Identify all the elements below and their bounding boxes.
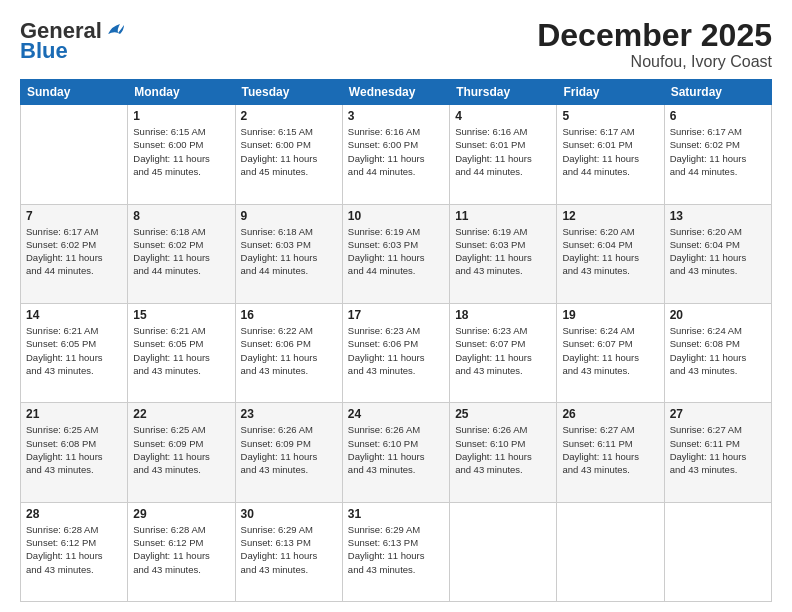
logo-bird-icon [104,20,126,42]
calendar-day-cell: 10Sunrise: 6:19 AM Sunset: 6:03 PM Dayli… [342,204,449,303]
weekday-header: Saturday [664,80,771,105]
day-number: 19 [562,308,658,322]
day-info: Sunrise: 6:18 AM Sunset: 6:03 PM Dayligh… [241,225,337,278]
calendar-day-cell: 19Sunrise: 6:24 AM Sunset: 6:07 PM Dayli… [557,303,664,402]
day-info: Sunrise: 6:21 AM Sunset: 6:05 PM Dayligh… [26,324,122,377]
calendar-day-cell: 28Sunrise: 6:28 AM Sunset: 6:12 PM Dayli… [21,502,128,601]
calendar-day-cell: 6Sunrise: 6:17 AM Sunset: 6:02 PM Daylig… [664,105,771,204]
calendar-day-cell: 14Sunrise: 6:21 AM Sunset: 6:05 PM Dayli… [21,303,128,402]
day-info: Sunrise: 6:26 AM Sunset: 6:10 PM Dayligh… [455,423,551,476]
weekday-header: Thursday [450,80,557,105]
day-number: 15 [133,308,229,322]
weekday-header: Wednesday [342,80,449,105]
day-info: Sunrise: 6:20 AM Sunset: 6:04 PM Dayligh… [562,225,658,278]
calendar-day-cell: 31Sunrise: 6:29 AM Sunset: 6:13 PM Dayli… [342,502,449,601]
day-info: Sunrise: 6:26 AM Sunset: 6:09 PM Dayligh… [241,423,337,476]
calendar-day-cell [21,105,128,204]
day-info: Sunrise: 6:28 AM Sunset: 6:12 PM Dayligh… [26,523,122,576]
day-info: Sunrise: 6:21 AM Sunset: 6:05 PM Dayligh… [133,324,229,377]
day-number: 11 [455,209,551,223]
day-info: Sunrise: 6:17 AM Sunset: 6:02 PM Dayligh… [670,125,766,178]
calendar-day-cell: 29Sunrise: 6:28 AM Sunset: 6:12 PM Dayli… [128,502,235,601]
header: General Blue December 2025 Noufou, Ivory… [20,18,772,71]
day-info: Sunrise: 6:15 AM Sunset: 6:00 PM Dayligh… [133,125,229,178]
calendar-day-cell: 13Sunrise: 6:20 AM Sunset: 6:04 PM Dayli… [664,204,771,303]
weekday-header: Sunday [21,80,128,105]
day-number: 27 [670,407,766,421]
day-info: Sunrise: 6:28 AM Sunset: 6:12 PM Dayligh… [133,523,229,576]
day-info: Sunrise: 6:29 AM Sunset: 6:13 PM Dayligh… [241,523,337,576]
calendar-week-row: 1Sunrise: 6:15 AM Sunset: 6:00 PM Daylig… [21,105,772,204]
day-number: 28 [26,507,122,521]
day-number: 5 [562,109,658,123]
day-info: Sunrise: 6:23 AM Sunset: 6:06 PM Dayligh… [348,324,444,377]
calendar-header-row: SundayMondayTuesdayWednesdayThursdayFrid… [21,80,772,105]
calendar-week-row: 14Sunrise: 6:21 AM Sunset: 6:05 PM Dayli… [21,303,772,402]
calendar-day-cell: 27Sunrise: 6:27 AM Sunset: 6:11 PM Dayli… [664,403,771,502]
day-info: Sunrise: 6:17 AM Sunset: 6:01 PM Dayligh… [562,125,658,178]
calendar-day-cell [664,502,771,601]
day-number: 2 [241,109,337,123]
day-info: Sunrise: 6:16 AM Sunset: 6:00 PM Dayligh… [348,125,444,178]
day-number: 6 [670,109,766,123]
page-subtitle: Noufou, Ivory Coast [537,53,772,71]
calendar-day-cell: 7Sunrise: 6:17 AM Sunset: 6:02 PM Daylig… [21,204,128,303]
calendar-day-cell: 30Sunrise: 6:29 AM Sunset: 6:13 PM Dayli… [235,502,342,601]
calendar-day-cell: 3Sunrise: 6:16 AM Sunset: 6:00 PM Daylig… [342,105,449,204]
calendar-week-row: 7Sunrise: 6:17 AM Sunset: 6:02 PM Daylig… [21,204,772,303]
day-number: 9 [241,209,337,223]
day-number: 8 [133,209,229,223]
day-info: Sunrise: 6:22 AM Sunset: 6:06 PM Dayligh… [241,324,337,377]
day-number: 7 [26,209,122,223]
calendar-day-cell: 2Sunrise: 6:15 AM Sunset: 6:00 PM Daylig… [235,105,342,204]
calendar-day-cell: 26Sunrise: 6:27 AM Sunset: 6:11 PM Dayli… [557,403,664,502]
day-info: Sunrise: 6:15 AM Sunset: 6:00 PM Dayligh… [241,125,337,178]
calendar-day-cell: 15Sunrise: 6:21 AM Sunset: 6:05 PM Dayli… [128,303,235,402]
calendar-table: SundayMondayTuesdayWednesdayThursdayFrid… [20,79,772,602]
logo: General Blue [20,18,126,64]
day-number: 30 [241,507,337,521]
calendar-day-cell: 9Sunrise: 6:18 AM Sunset: 6:03 PM Daylig… [235,204,342,303]
day-number: 21 [26,407,122,421]
day-info: Sunrise: 6:24 AM Sunset: 6:08 PM Dayligh… [670,324,766,377]
calendar-day-cell: 12Sunrise: 6:20 AM Sunset: 6:04 PM Dayli… [557,204,664,303]
day-info: Sunrise: 6:19 AM Sunset: 6:03 PM Dayligh… [348,225,444,278]
day-number: 18 [455,308,551,322]
calendar-day-cell [557,502,664,601]
day-number: 25 [455,407,551,421]
calendar-day-cell: 25Sunrise: 6:26 AM Sunset: 6:10 PM Dayli… [450,403,557,502]
day-info: Sunrise: 6:29 AM Sunset: 6:13 PM Dayligh… [348,523,444,576]
day-info: Sunrise: 6:26 AM Sunset: 6:10 PM Dayligh… [348,423,444,476]
day-info: Sunrise: 6:17 AM Sunset: 6:02 PM Dayligh… [26,225,122,278]
page: General Blue December 2025 Noufou, Ivory… [0,0,792,612]
calendar-day-cell: 24Sunrise: 6:26 AM Sunset: 6:10 PM Dayli… [342,403,449,502]
day-info: Sunrise: 6:27 AM Sunset: 6:11 PM Dayligh… [562,423,658,476]
day-number: 17 [348,308,444,322]
day-info: Sunrise: 6:25 AM Sunset: 6:09 PM Dayligh… [133,423,229,476]
calendar-day-cell: 11Sunrise: 6:19 AM Sunset: 6:03 PM Dayli… [450,204,557,303]
weekday-header: Friday [557,80,664,105]
calendar-day-cell: 17Sunrise: 6:23 AM Sunset: 6:06 PM Dayli… [342,303,449,402]
day-number: 10 [348,209,444,223]
calendar-day-cell: 23Sunrise: 6:26 AM Sunset: 6:09 PM Dayli… [235,403,342,502]
day-number: 13 [670,209,766,223]
day-info: Sunrise: 6:27 AM Sunset: 6:11 PM Dayligh… [670,423,766,476]
day-number: 29 [133,507,229,521]
day-number: 1 [133,109,229,123]
day-number: 3 [348,109,444,123]
weekday-header: Tuesday [235,80,342,105]
day-info: Sunrise: 6:20 AM Sunset: 6:04 PM Dayligh… [670,225,766,278]
day-number: 4 [455,109,551,123]
calendar-day-cell: 1Sunrise: 6:15 AM Sunset: 6:00 PM Daylig… [128,105,235,204]
day-info: Sunrise: 6:24 AM Sunset: 6:07 PM Dayligh… [562,324,658,377]
calendar-day-cell: 18Sunrise: 6:23 AM Sunset: 6:07 PM Dayli… [450,303,557,402]
calendar-week-row: 21Sunrise: 6:25 AM Sunset: 6:08 PM Dayli… [21,403,772,502]
day-number: 24 [348,407,444,421]
calendar-day-cell: 4Sunrise: 6:16 AM Sunset: 6:01 PM Daylig… [450,105,557,204]
calendar-day-cell: 20Sunrise: 6:24 AM Sunset: 6:08 PM Dayli… [664,303,771,402]
day-number: 14 [26,308,122,322]
title-block: December 2025 Noufou, Ivory Coast [537,18,772,71]
day-number: 26 [562,407,658,421]
page-title: December 2025 [537,18,772,53]
calendar-week-row: 28Sunrise: 6:28 AM Sunset: 6:12 PM Dayli… [21,502,772,601]
